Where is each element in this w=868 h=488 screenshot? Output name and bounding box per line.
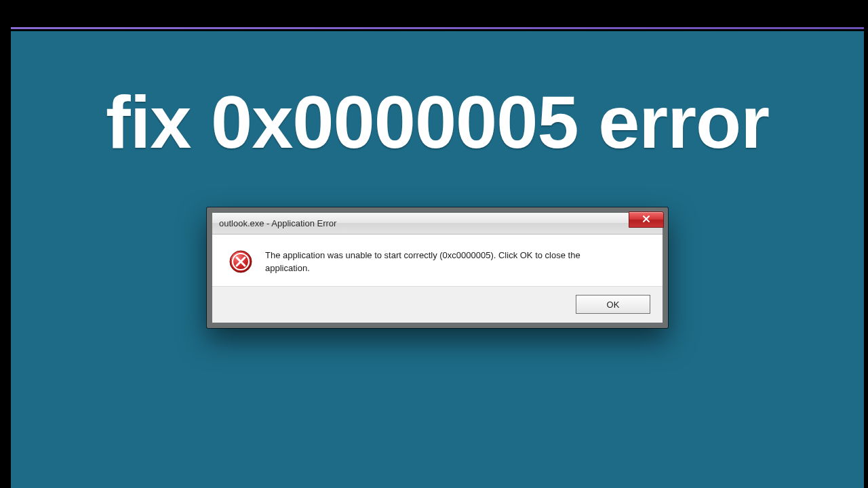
headline-text: fix 0x0000005 error	[11, 79, 864, 165]
dialog-frame: outlook.exe - Application Error	[212, 213, 663, 323]
accent-divider	[11, 27, 864, 29]
error-dialog: outlook.exe - Application Error	[207, 207, 668, 328]
dialog-titlebar[interactable]: outlook.exe - Application Error	[212, 213, 663, 235]
close-button[interactable]	[629, 211, 664, 228]
background-panel: fix 0x0000005 error outlook.exe - Applic…	[11, 31, 864, 488]
ok-button[interactable]: OK	[576, 295, 650, 314]
error-icon	[229, 249, 253, 274]
dialog-title: outlook.exe - Application Error	[219, 218, 336, 228]
dialog-button-strip: OK	[212, 286, 663, 323]
dialog-message: The application was unable to start corr…	[265, 249, 618, 275]
close-icon	[642, 214, 650, 226]
